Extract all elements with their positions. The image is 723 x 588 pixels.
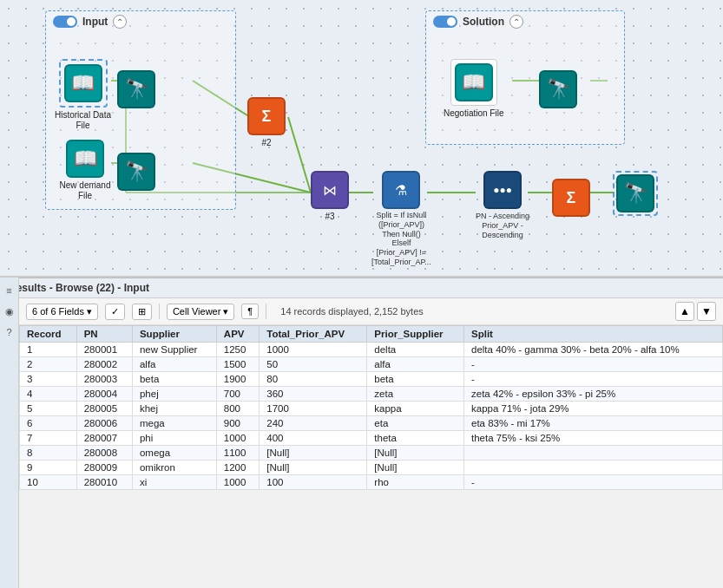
cell-prior-supplier: rho (367, 475, 464, 490)
check-btn[interactable]: ✓ (105, 304, 125, 320)
side-icon-question[interactable]: ? (2, 324, 17, 340)
cell-pn: 280001 (76, 343, 132, 357)
cell-supplier: phi (132, 431, 216, 446)
cell-split: zeta 42% - epsilon 33% - pi 25% (464, 387, 723, 402)
cell-prior-supplier: alfa (367, 357, 464, 372)
cell-apv: 1250 (216, 343, 259, 357)
cell-record: 8 (20, 446, 77, 461)
cell-total-prior-apv: 360 (260, 387, 367, 402)
table-row[interactable]: 5 280005 khej 800 1700 kappa kappa 71% -… (20, 402, 723, 416)
copy-btn[interactable]: ⊞ (132, 304, 152, 320)
filter2-node[interactable]: 🔭 (117, 153, 155, 191)
cell-total-prior-apv: [Null] (260, 446, 367, 461)
side-icon-list[interactable]: ≡ (2, 283, 17, 298)
formula-icon: ⚗ (382, 171, 420, 209)
table-row[interactable]: 7 280007 phi 1000 400 theta theta 75% - … (20, 431, 723, 446)
filter-solution-node[interactable]: 🔭 (539, 70, 577, 108)
formula-label: Split = If IsNull([Prior_APV])Then Null(… (371, 211, 431, 267)
cell-split: - (464, 357, 723, 372)
cell-record: 4 (20, 387, 77, 402)
table-row[interactable]: 4 280004 phej 700 360 zeta zeta 42% - ep… (20, 387, 723, 402)
sort-node[interactable]: ●●● PN - AscendingPrior_APV -Descending (476, 171, 529, 239)
solution-toggle[interactable] (433, 16, 457, 28)
col-pn: PN (76, 326, 132, 343)
data-table-container: Record PN Supplier APV Total_Prior_APV P… (19, 325, 723, 490)
cell-apv: 1500 (216, 357, 259, 372)
cell-pn: 280005 (76, 402, 132, 416)
results-content: 6 of 6 Fields ▾ ✓ ⊞ Cell Viewer ▾ ¶ (19, 298, 723, 490)
cell-prior-supplier: delta (367, 343, 464, 357)
cell-supplier: beta (132, 372, 216, 387)
sigma2-icon: Σ (247, 97, 286, 135)
cell-apv: 1000 (216, 475, 259, 490)
table-row[interactable]: 10 280010 xi 1000 100 rho - (20, 475, 723, 490)
cell-pn: 280010 (76, 475, 132, 490)
table-row[interactable]: 3 280003 beta 1900 80 beta - (20, 372, 723, 387)
cell-viewer-label: Cell Viewer (173, 306, 220, 317)
sigma-final-icon: Σ (552, 179, 590, 217)
formula-node[interactable]: ⚗ Split = If IsNull([Prior_APV])Then Nul… (371, 171, 431, 267)
cell-split: eta 83% - mi 17% (464, 416, 723, 431)
cell-record: 1 (20, 343, 77, 357)
cell-supplier: phej (132, 387, 216, 402)
cell-pn: 280003 (76, 372, 132, 387)
svg-line-7 (288, 117, 311, 193)
cell-total-prior-apv: 80 (260, 372, 367, 387)
input-group-header: Input ⌃ (53, 15, 127, 29)
browse-final-node[interactable]: 🔭 (613, 171, 658, 216)
cell-pn: 280002 (76, 357, 132, 372)
cell-split: - (464, 475, 723, 490)
fields-label: 6 of 6 Fields (32, 306, 84, 317)
side-panel: ≡ ◉ ? (0, 278, 19, 588)
cell-split: kappa 71% - jota 29% (464, 402, 723, 416)
sigma2-node[interactable]: Σ #2 (247, 97, 286, 148)
cell-pn: 280004 (76, 387, 132, 402)
cell-split: delta 40% - gamma 30% - beta 20% - alfa … (464, 343, 723, 357)
solution-group: Solution ⌃ 📖 Negotiation File 🔭 (425, 10, 625, 145)
solution-collapse-btn[interactable]: ⌃ (509, 15, 523, 29)
historical-data-node[interactable]: 📖 Historical DataFile (55, 59, 111, 131)
cell-prior-supplier: eta (367, 416, 464, 431)
col-prior-supplier: Prior_Supplier (367, 326, 464, 343)
data-table: Record PN Supplier APV Total_Prior_APV P… (19, 325, 723, 490)
table-row[interactable]: 8 280008 omega 1100 [Null] [Null] (20, 446, 723, 461)
cell-record: 10 (20, 475, 77, 490)
cell-info-btn[interactable]: ¶ (241, 304, 259, 319)
cell-apv: 1100 (216, 446, 259, 461)
cell-pn: 280008 (76, 446, 132, 461)
records-info: 14 records displayed, 2,152 bytes (280, 306, 424, 317)
cell-prior-supplier: zeta (367, 387, 464, 402)
cell-apv: 700 (216, 387, 259, 402)
table-row[interactable]: 1 280001 new Supplier 1250 1000 delta de… (20, 343, 723, 357)
union-node[interactable]: ⋈ #3 (311, 171, 349, 222)
input-collapse-btn[interactable]: ⌃ (113, 15, 127, 29)
nav-down-btn[interactable]: ▼ (697, 302, 716, 321)
cell-pn: 280006 (76, 416, 132, 431)
side-icon-node[interactable]: ◉ (2, 304, 17, 319)
negotiation-icon: 📖 (455, 63, 493, 101)
cell-split (464, 461, 723, 475)
sigma-final-node[interactable]: Σ (552, 179, 590, 217)
negotiation-node[interactable]: 📖 Negotiation File (444, 59, 503, 119)
cell-supplier: mega (132, 416, 216, 431)
cell-record: 7 (20, 431, 77, 446)
new-demand-node[interactable]: 📖 New demand File (55, 140, 115, 201)
cell-split: theta 75% - ksi 25% (464, 431, 723, 446)
table-row[interactable]: 9 280009 omikron 1200 [Null] [Null] (20, 461, 723, 475)
table-row[interactable]: 2 280002 alfa 1500 50 alfa - (20, 357, 723, 372)
filter1-node[interactable]: 🔭 (117, 70, 155, 108)
col-record: Record (20, 326, 77, 343)
solution-group-title: Solution (463, 16, 504, 28)
results-header: Results - Browse (22) - Input (0, 278, 723, 298)
cell-supplier: alfa (132, 357, 216, 372)
check-icon: ✓ (111, 306, 119, 317)
table-row[interactable]: 6 280006 mega 900 240 eta eta 83% - mi 1… (20, 416, 723, 431)
fields-btn[interactable]: 6 of 6 Fields ▾ (26, 304, 98, 320)
nav-up-btn[interactable]: ▲ (675, 302, 694, 321)
input-toggle[interactable] (53, 16, 77, 28)
col-apv: APV (216, 326, 259, 343)
cell-prior-supplier: [Null] (367, 446, 464, 461)
union-icon: ⋈ (311, 171, 349, 209)
cell-viewer-btn[interactable]: Cell Viewer ▾ (167, 304, 234, 320)
input-group: Input ⌃ 📖 Historical DataFile 🔭 📖 New de… (45, 10, 236, 210)
